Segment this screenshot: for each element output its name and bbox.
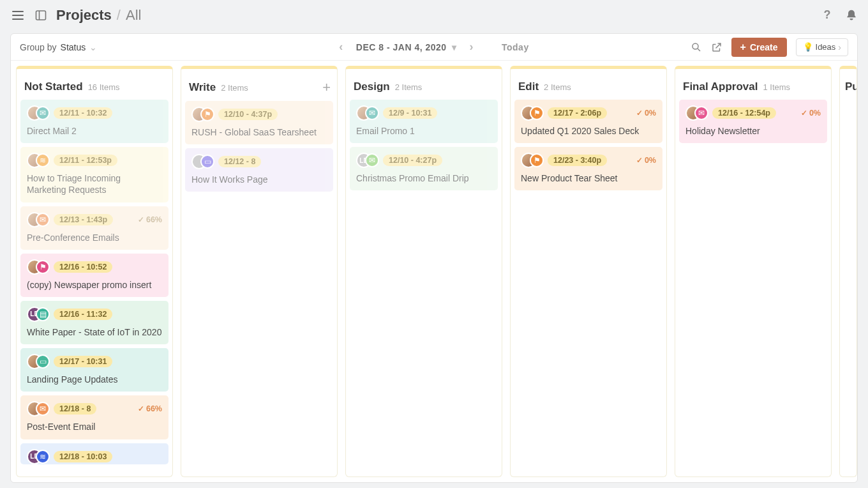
card-title: Email Promo 1 <box>356 125 491 137</box>
create-button[interactable]: + Create <box>731 38 787 57</box>
card-title: Direct Mail 2 <box>27 125 162 137</box>
card-newspaper-promo[interactable]: ⚑ 12/16 - 10:52 (copy) Newspaper promo i… <box>20 254 168 297</box>
column-next-partial: Pu <box>839 66 857 477</box>
card-direct-mail-2[interactable]: ✉ 12/11 - 10:32 Direct Mail 2 <box>20 100 168 143</box>
groupby-label: Group by <box>20 42 57 52</box>
column-write: Write 2 Items + ⚑ 12/10 - 4:37p RUSH - G… <box>181 66 338 477</box>
svg-text:?: ? <box>824 9 831 21</box>
card-list: ⚑ 12/10 - 4:37p RUSH - Global SaaS Tears… <box>181 101 337 195</box>
check-icon: ✓ <box>138 404 144 413</box>
check-icon: ✓ <box>636 156 643 165</box>
date-range-text: DEC 8 - JAN 4, 2020 <box>356 42 447 52</box>
card-partial[interactable]: LD≋ 12/18 - 10:03 <box>20 443 168 464</box>
card-holiday-newsletter[interactable]: ✉ 12/16 - 12:54p ✓0% Holiday Newsletter <box>679 100 827 143</box>
kanban-board: Not Started 16 Items ✉ 12/11 - 10:32 Dir… <box>11 61 857 482</box>
card-title: How It Works Page <box>191 174 327 185</box>
svg-point-3 <box>692 43 698 49</box>
date-pill: 12/9 - 10:31 <box>383 107 437 119</box>
date-pill: 12/11 - 12:53p <box>54 155 117 166</box>
mail-icon: ✉ <box>365 106 379 120</box>
breadcrumb-all[interactable]: All <box>126 7 141 24</box>
card-triage[interactable]: ≋ 12/11 - 12:53p How to Triage Incoming … <box>20 147 168 202</box>
date-pill: 12/17 - 2:06p <box>548 107 607 119</box>
date-pill: 12/18 - 8 <box>54 403 96 415</box>
column-design: Design 2 Items ✉ 12/9 - 10:31 Email Prom… <box>345 66 502 477</box>
card-tear-sheet[interactable]: ⚑ 12/23 - 3:40p ✓0% New Product Tear She… <box>514 147 662 190</box>
screen-icon: ▭ <box>36 355 50 369</box>
progress-badge: ✓0% <box>801 109 821 118</box>
card-title: White Paper - State of IoT in 2020 <box>27 326 162 338</box>
date-pill: 12/23 - 3:40p <box>548 155 607 166</box>
app-header: Projects / All ? <box>0 0 868 31</box>
date-pill: 12/13 - 1:43p <box>54 214 113 225</box>
card-white-paper[interactable]: LD▤ 12/16 - 11:32 White Paper - State of… <box>20 301 168 344</box>
mail-icon: ✉ <box>694 106 708 120</box>
card-title: New Product Tear Sheet <box>521 172 656 184</box>
card-list: ⚑ 12/17 - 2:06p ✓0% Updated Q1 2020 Sale… <box>511 100 666 194</box>
date-pill: 12/11 - 10:32 <box>54 107 112 119</box>
column-title: Not Started <box>24 80 83 93</box>
card-title: Updated Q1 2020 Sales Deck <box>521 125 656 137</box>
toolbar: Group by Status ⌄ ‹ DEC 8 - JAN 4, 2020 … <box>11 34 857 61</box>
progress-value: 0% <box>809 109 821 118</box>
progress-badge: ✓66% <box>138 215 162 224</box>
mail-icon: ✉ <box>365 153 379 167</box>
card-christmas-drip[interactable]: LD✉ 12/10 - 4:27p Christmas Promo Email … <box>350 147 498 190</box>
card-how-it-works[interactable]: ▭ 12/12 - 8 How It Works Page <box>185 148 333 192</box>
date-pill: 12/18 - 10:03 <box>54 451 112 462</box>
breadcrumb: Projects / All <box>56 7 141 24</box>
date-pill: 12/17 - 10:31 <box>54 356 112 367</box>
book-icon: ▤ <box>36 307 50 321</box>
column-title: Pu <box>845 80 857 93</box>
breadcrumb-sep: / <box>117 7 121 24</box>
check-icon: ✓ <box>801 109 807 118</box>
help-icon[interactable]: ? <box>821 9 834 22</box>
breadcrumb-projects[interactable]: Projects <box>56 7 112 24</box>
chevron-down-icon: ▾ <box>452 42 457 52</box>
lightbulb-icon: 💡 <box>803 42 813 52</box>
column-edit: Edit 2 Items ⚑ 12/17 - 2:06p ✓0% Updated… <box>510 66 667 477</box>
add-card-button[interactable]: + <box>322 80 331 95</box>
column-title: Design <box>354 80 390 93</box>
card-title: How to Triage Incoming Marketing Request… <box>27 172 162 195</box>
card-landing-page[interactable]: ▭ 12/17 - 10:31 Landing Page Updates <box>20 348 168 392</box>
rss-icon: ≋ <box>36 153 50 167</box>
today-link[interactable]: Today <box>502 42 529 52</box>
date-pill: 12/10 - 4:37p <box>218 109 278 120</box>
progress-badge: ✓0% <box>636 109 656 118</box>
panel-toggle-icon[interactable] <box>33 8 49 23</box>
screen-icon: ▭ <box>200 155 214 169</box>
card-title: Pre-Conference Emails <box>27 232 162 243</box>
column-final-approval: Final Approval 1 Items ✉ 12/16 - 12:54p … <box>675 66 832 477</box>
date-pill: 12/12 - 8 <box>218 156 261 167</box>
card-post-event-email[interactable]: ✉ 12/18 - 8 ✓66% Post-Event Email <box>20 395 168 439</box>
ideas-label: Ideas <box>816 42 836 52</box>
card-sales-deck[interactable]: ⚑ 12/17 - 2:06p ✓0% Updated Q1 2020 Sale… <box>514 100 662 143</box>
date-range-label[interactable]: DEC 8 - JAN 4, 2020 ▾ <box>356 42 457 52</box>
card-rush-saas[interactable]: ⚑ 12/10 - 4:37p RUSH - Global SaaS Tears… <box>185 101 333 144</box>
share-icon[interactable] <box>711 42 722 53</box>
progress-value: 0% <box>645 109 656 118</box>
groupby-control[interactable]: Group by Status ⌄ <box>20 42 97 52</box>
date-pill: 12/16 - 10:52 <box>54 261 112 273</box>
date-pill: 12/16 - 12:54p <box>712 107 776 119</box>
card-preconf-emails[interactable]: ✉ 12/13 - 1:43p ✓66% Pre-Conference Emai… <box>20 206 168 250</box>
next-period-icon[interactable]: › <box>469 40 474 54</box>
create-label: Create <box>750 42 778 52</box>
card-title: Christmas Promo Email Drip <box>356 172 491 184</box>
rss-icon: ≋ <box>36 450 50 464</box>
prev-period-icon[interactable]: ‹ <box>339 40 343 54</box>
date-range-control: ‹ DEC 8 - JAN 4, 2020 ▾ › Today <box>339 40 528 54</box>
ideas-button[interactable]: 💡 Ideas › <box>796 38 848 56</box>
mail-icon: ✉ <box>36 213 50 227</box>
column-title: Edit <box>518 80 539 93</box>
bell-icon[interactable] <box>845 9 858 22</box>
card-title: RUSH - Global SaaS Tearsheet <box>191 126 327 138</box>
svg-rect-0 <box>36 11 46 20</box>
check-icon: ✓ <box>636 109 643 118</box>
hamburger-icon[interactable] <box>10 8 26 23</box>
progress-value: 66% <box>146 404 162 413</box>
flag-icon: ⚑ <box>530 153 544 167</box>
search-icon[interactable] <box>691 42 702 53</box>
card-email-promo-1[interactable]: ✉ 12/9 - 10:31 Email Promo 1 <box>350 100 498 143</box>
